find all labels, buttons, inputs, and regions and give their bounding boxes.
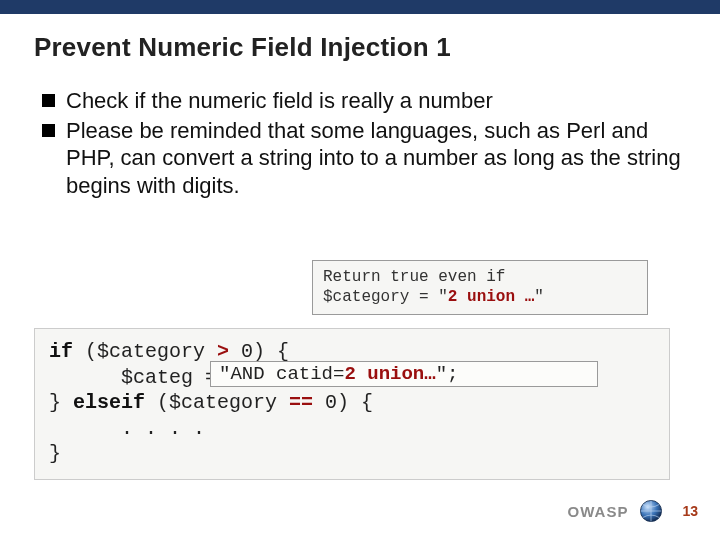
note-highlight: 2 union … xyxy=(448,288,534,306)
code-text: } xyxy=(49,391,73,414)
code-kw-if: if xyxy=(49,340,73,363)
code-op-gt: > xyxy=(217,340,229,363)
bullet-item: Check if the numeric field is really a n… xyxy=(40,87,686,115)
code-kw-elseif: elseif xyxy=(73,391,145,414)
globe-icon xyxy=(638,498,664,524)
code-text: ($category xyxy=(145,391,289,414)
code-block: if ($category > 0) { $categ = } elseif (… xyxy=(34,328,670,480)
code-callout: "AND catid=2 union…"; xyxy=(210,361,598,387)
code-text: 0) { xyxy=(229,340,289,363)
code-text: . . . . xyxy=(49,417,205,440)
bullet-item: Please be reminded that some languages, … xyxy=(40,117,686,200)
footer-org: OWASP xyxy=(568,503,629,520)
code-text: 0) { xyxy=(313,391,373,414)
callout-prefix: "AND catid= xyxy=(219,363,344,385)
bullet-list: Check if the numeric field is really a n… xyxy=(40,87,686,199)
callout-highlight: 2 union… xyxy=(344,363,435,385)
note-text-suffix: " xyxy=(534,288,544,306)
slide-body: Prevent Numeric Field Injection 1 Check … xyxy=(0,14,720,199)
code-text: $categ = xyxy=(49,366,229,389)
code-text: } xyxy=(49,442,61,465)
header-bar xyxy=(0,0,720,14)
footer: OWASP 13 xyxy=(568,498,698,524)
page-number: 13 xyxy=(682,503,698,519)
slide-title: Prevent Numeric Field Injection 1 xyxy=(34,32,686,63)
code-text: ($category xyxy=(73,340,217,363)
annotation-note: Return true even if $category = "2 union… xyxy=(312,260,648,315)
code-op-eq: == xyxy=(289,391,313,414)
callout-suffix: "; xyxy=(436,363,459,385)
